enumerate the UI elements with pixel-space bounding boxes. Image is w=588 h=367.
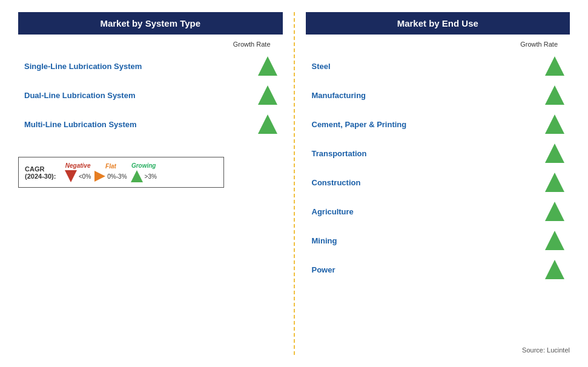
left-panel-header: Market by System Type xyxy=(18,12,283,35)
arrow-up-icon xyxy=(540,85,570,105)
item-label: Agriculture xyxy=(312,207,540,216)
item-label: Multi-Line Lubrication System xyxy=(24,120,253,129)
source-label: Source: Lucintel xyxy=(522,346,570,354)
left-growth-rate-label: Growth Rate xyxy=(18,41,283,48)
arrow-up-icon xyxy=(253,114,283,134)
panel-divider xyxy=(294,12,295,355)
legend-growing: Growing >3% xyxy=(131,162,157,182)
right-growth-rate-label: Growth Rate xyxy=(306,41,570,48)
legend-cagr: CAGR (2024-30): xyxy=(25,165,61,180)
item-label: Cement, Paper & Printing xyxy=(312,120,540,129)
list-item: Agriculture xyxy=(306,197,570,226)
list-item: Mining xyxy=(306,226,570,255)
arrow-up-icon xyxy=(540,56,570,76)
item-label: Transportation xyxy=(312,149,540,158)
list-item: Cement, Paper & Printing xyxy=(306,110,570,139)
right-panel: Market by End Use Growth Rate Steel Manu… xyxy=(306,12,570,355)
list-item: Power xyxy=(306,255,570,284)
item-label: Single-Line Lubrication System xyxy=(24,62,253,71)
item-label: Dual-Line Lubrication System xyxy=(24,91,253,100)
list-item: Single-Line Lubrication System xyxy=(18,51,283,81)
arrow-up-icon xyxy=(540,173,570,192)
list-item: Transportation xyxy=(306,139,570,168)
legend-negative: Negative <0% xyxy=(65,162,91,182)
list-item: Multi-Line Lubrication System xyxy=(18,110,283,139)
arrow-up-icon xyxy=(540,202,570,221)
arrow-up-icon xyxy=(253,85,283,105)
item-label: Manufacturing xyxy=(312,91,540,100)
list-item: Construction xyxy=(306,168,570,197)
arrow-up-icon xyxy=(540,144,570,163)
left-panel: Market by System Type Growth Rate Single… xyxy=(18,12,283,355)
arrow-up-icon xyxy=(540,231,570,250)
main-container: Market by System Type Growth Rate Single… xyxy=(0,0,588,367)
arrow-up-icon xyxy=(253,56,283,76)
item-label: Steel xyxy=(312,62,540,71)
list-item: Manufacturing xyxy=(306,81,570,110)
arrow-up-icon xyxy=(540,260,570,279)
legend-box: CAGR (2024-30): Negative <0% Flat 0%-3% … xyxy=(18,157,224,188)
legend-flat: Flat 0%-3% xyxy=(94,163,127,182)
arrow-up-icon xyxy=(540,114,570,134)
list-item: Steel xyxy=(306,51,570,81)
right-panel-header: Market by End Use xyxy=(306,12,570,35)
item-label: Construction xyxy=(312,178,540,187)
item-label: Mining xyxy=(312,236,540,245)
item-label: Power xyxy=(312,265,540,274)
list-item: Dual-Line Lubrication System xyxy=(18,81,283,110)
